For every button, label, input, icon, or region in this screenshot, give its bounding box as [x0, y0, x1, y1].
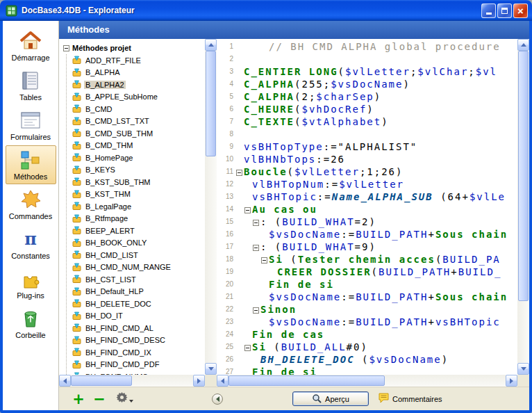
titlebar[interactable]: DocBase3.4DB - Explorateur × — [0, 0, 532, 21]
method-item-label: B_CMD_LST_TXT — [84, 117, 151, 125]
sidebar: DémarrageTablesFormulairesMéthodesComman… — [3, 21, 59, 410]
sidebar-item-plug-ins[interactable]: Plug-ins — [6, 264, 56, 303]
list-horizontal-scrollbar[interactable] — [59, 375, 205, 387]
editor-horizontal-scrollbar[interactable] — [217, 375, 517, 387]
method-item[interactable]: BH_FIND_CMD_AL — [72, 322, 205, 334]
method-item[interactable]: BH_DELETE_DOC — [72, 298, 205, 310]
preview-button[interactable]: Aperçu — [292, 391, 369, 406]
collapse-minus-icon[interactable] — [261, 257, 267, 264]
tree-items: ADD_RTF_FILEB_ALPHAB_ALPHA2B_APPLE_SubHo… — [66, 54, 205, 375]
line-number: 3 — [217, 65, 233, 78]
code-line: 27Fin de si — [217, 366, 517, 375]
gear-icon — [116, 391, 128, 406]
method-item[interactable]: B_CMD_LST_TXT — [72, 115, 205, 128]
editor-vscroll-thumb[interactable] — [518, 51, 529, 301]
sidebar-item-corbeille[interactable]: Corbeille — [6, 304, 56, 343]
method-item[interactable]: BH_BOOK_ONLY — [72, 237, 205, 250]
line-number: 23 — [217, 316, 233, 328]
collapse-minus-icon[interactable] — [236, 170, 242, 176]
scroll-down-button[interactable] — [205, 363, 217, 375]
collapse-minus-icon[interactable] — [244, 207, 251, 213]
fold-toggle[interactable] — [244, 203, 252, 216]
method-item[interactable]: B_CMD_SUB_THM — [72, 127, 205, 140]
method-item[interactable]: B_CMD — [72, 103, 205, 115]
minimize-button[interactable] — [481, 3, 496, 18]
code-editor[interactable]: 1// BH CMD ALPHA global procedure23C_ENT… — [217, 39, 529, 387]
method-item[interactable]: B_ALPHA2 — [72, 79, 205, 91]
sidebar-item-tables[interactable]: Tables — [6, 66, 56, 105]
fold-toggle[interactable] — [236, 165, 244, 178]
close-button[interactable]: × — [513, 3, 528, 18]
fold-toggle[interactable] — [244, 341, 252, 353]
app-icon — [6, 5, 17, 17]
method-item[interactable]: BH_FIND_CMD_PDF — [72, 359, 205, 371]
sidebar-item-methodes[interactable]: Méthodes — [6, 145, 56, 184]
editor-hscroll-thumb[interactable] — [228, 375, 385, 386]
options-gear-button[interactable] — [116, 391, 133, 406]
tree-root[interactable]: Méthodes projet — [63, 42, 205, 54]
method-icon — [72, 165, 81, 175]
comments-button-label: Commentaires — [392, 395, 442, 403]
method-item[interactable]: B_HomePage — [72, 152, 205, 164]
list-hscroll-thumb[interactable] — [71, 375, 132, 386]
fold-toggle[interactable] — [253, 216, 260, 228]
code-line: 3C_ENTIER LONG($vlLetter;$vlChar;$vl — [217, 65, 517, 78]
scroll-up-button[interactable] — [205, 39, 217, 51]
code-text: vsBHTopic:=Name_ALPHA_SUB (64+$vlLe — [236, 191, 506, 202]
comments-button[interactable]: Commentaires — [379, 393, 442, 405]
method-item[interactable]: BH_FIND_CMD_DESC — [72, 334, 205, 347]
method-item[interactable]: BEEP_ALERT — [72, 225, 205, 237]
method-item-label: B_LegalPage — [84, 202, 133, 211]
method-item[interactable]: B_KST_THM — [72, 188, 205, 201]
method-icon — [72, 311, 81, 321]
collapse-panel-button[interactable] — [212, 394, 223, 405]
method-item[interactable]: BH_FIND_CMD_IX — [72, 346, 205, 359]
list-vscroll-thumb[interactable] — [206, 51, 216, 156]
method-item[interactable]: BH_DO_IT — [72, 310, 205, 323]
method-item[interactable]: ADD_RTF_FILE — [72, 54, 205, 67]
collapse-minus-icon[interactable] — [253, 307, 259, 314]
maximize-button[interactable] — [497, 3, 512, 18]
sidebar-item-formulaires[interactable]: Formulaires — [6, 106, 56, 145]
add-method-button[interactable]: + — [70, 391, 87, 407]
editor-vertical-scrollbar[interactable] — [517, 39, 529, 375]
code-text: BH_DELETE_DOC ($vsDocName) — [236, 354, 449, 365]
collapse-minus-icon[interactable] — [253, 245, 259, 251]
fold-toggle[interactable] — [253, 303, 260, 316]
fold-toggle[interactable] — [261, 253, 269, 266]
collapse-minus-icon[interactable] — [253, 220, 259, 226]
method-item[interactable]: B_CMD_THM — [72, 140, 205, 152]
method-item[interactable]: B_APPLE_SubHome — [72, 91, 205, 104]
scroll-down-button[interactable] — [517, 363, 529, 375]
list-vertical-scrollbar[interactable] — [205, 39, 217, 375]
svg-text:π: π — [24, 229, 37, 249]
scroll-left-button[interactable] — [59, 375, 71, 387]
method-item[interactable]: BH_CMD_LIST — [72, 249, 205, 261]
method-tree[interactable]: Méthodes projet ADD_RTF_FILEB_ALPHAB_ALP… — [59, 39, 205, 375]
sidebar-item-commandes[interactable]: Commandes — [6, 185, 56, 224]
method-item[interactable]: BH_Default_HLP — [72, 286, 205, 298]
tree-collapse-icon[interactable] — [63, 45, 69, 51]
method-item[interactable]: BH_CST_LIST — [72, 273, 205, 286]
sidebar-item-demarrage[interactable]: Démarrage — [6, 26, 56, 65]
collapse-minus-icon[interactable] — [244, 345, 251, 351]
scroll-left-button[interactable] — [217, 375, 228, 387]
code-text — [236, 54, 244, 65]
method-item[interactable]: B_KEYS — [72, 164, 205, 177]
scroll-up-button[interactable] — [517, 39, 529, 51]
method-item[interactable]: B_ALPHA — [72, 67, 205, 79]
delete-method-button[interactable]: − — [91, 391, 108, 407]
scroll-right-button[interactable] — [506, 375, 517, 387]
method-item[interactable]: BH_CMD_NUM_RANGE — [72, 261, 205, 274]
scroll-right-button[interactable] — [193, 375, 205, 387]
code-lines[interactable]: 1// BH CMD ALPHA global procedure23C_ENT… — [217, 39, 517, 375]
line-number: 18 — [217, 253, 233, 266]
sidebar-item-constantes[interactable]: πConstantes — [6, 225, 56, 264]
code-line: 9vsBHTopType:="ALPHALIST" — [217, 140, 517, 153]
sidebar-item-label: Démarrage — [11, 54, 49, 62]
method-item[interactable]: B_KST_SUB_THM — [72, 176, 205, 188]
method-item-label: BH_CMD_NUM_RANGE — [84, 263, 172, 271]
fold-toggle[interactable] — [253, 241, 260, 253]
method-item[interactable]: B_Rtfmpage — [72, 213, 205, 225]
method-item[interactable]: B_LegalPage — [72, 200, 205, 213]
